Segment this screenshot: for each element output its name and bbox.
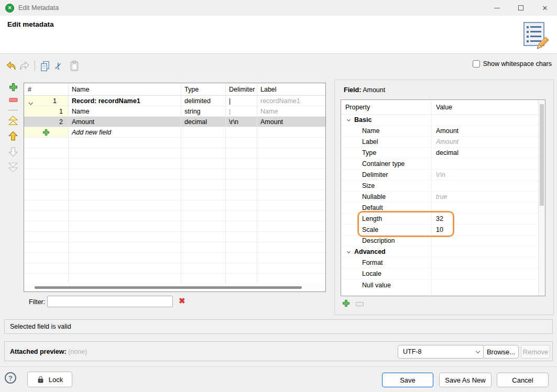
encoding-value: UTF-8	[403, 348, 421, 355]
undo-icon	[5, 60, 17, 72]
field-name: Amount	[68, 117, 181, 127]
col-delimiter-header: Delimiter	[225, 83, 257, 95]
property-row-size[interactable]: Size	[341, 181, 545, 192]
chevron-down-icon	[347, 249, 351, 253]
save-button[interactable]: Save	[382, 373, 433, 387]
field-number: 2	[59, 118, 63, 126]
field-delimiter: |	[225, 106, 257, 116]
window-title: Edit Metadata	[18, 4, 59, 12]
property-row-format[interactable]: Format	[341, 257, 545, 268]
up-arrow-icon	[8, 131, 18, 141]
add-property-button[interactable]	[342, 299, 350, 309]
field-actions-toolbar	[6, 83, 20, 177]
show-whitespace-checkbox[interactable]	[473, 60, 480, 68]
encoding-select[interactable]: UTF-8	[398, 345, 485, 359]
remove-property-button[interactable]	[356, 302, 364, 306]
col-num-header: #	[24, 86, 31, 93]
field-row-amount-selected[interactable]: 2 Amount decimal \r\n Amount	[24, 117, 325, 127]
attached-preview-label: Attached preview:	[10, 348, 67, 355]
list-bullet-icon	[527, 26, 529, 28]
list-line-icon	[530, 26, 541, 28]
field-type: decimal	[181, 117, 225, 127]
property-row-nullable[interactable]: Nullable true	[341, 192, 545, 203]
close-icon: ✕	[542, 4, 548, 12]
property-row-name[interactable]: Name Amount	[341, 126, 545, 137]
property-row-delimiter[interactable]: Delimiter \r\n	[341, 170, 545, 181]
redo-icon	[19, 60, 30, 72]
empty-rows-area	[24, 138, 325, 283]
cancel-button[interactable]: Cancel	[497, 373, 549, 387]
clear-filter-icon[interactable]: ✖	[179, 296, 185, 306]
fields-table-header: # Name Type Delimiter Label	[24, 83, 325, 96]
cut-button[interactable]: ✂	[52, 60, 65, 72]
property-group-advanced[interactable]: Advanced	[341, 247, 545, 257]
property-row-scale[interactable]: Scale 10	[341, 225, 545, 236]
maximize-button[interactable]	[509, 0, 533, 16]
plus-icon	[9, 83, 18, 92]
undo-button[interactable]	[4, 60, 18, 72]
close-button[interactable]: ✕	[533, 0, 557, 16]
lock-button[interactable]: Lock	[27, 372, 72, 387]
property-row-label[interactable]: Label Amount	[341, 137, 545, 148]
field-delimiter: \r\n	[225, 117, 257, 127]
title-bar: ✕ Edit Metadata ✕	[0, 0, 557, 16]
col-name-header: Name	[68, 83, 181, 95]
field-title: Field: Amount	[344, 86, 385, 94]
list-bullet-icon	[527, 31, 529, 33]
help-button[interactable]: ?	[5, 372, 16, 384]
footer-divider	[0, 366, 557, 367]
window-controls: ✕	[485, 0, 557, 16]
move-bottom-button[interactable]	[8, 162, 18, 174]
record-row[interactable]: 1 Record: recordName1 delimited | record…	[24, 96, 325, 106]
add-new-field-row[interactable]: Add new field	[24, 127, 325, 138]
property-group-basic[interactable]: Basic	[341, 115, 545, 126]
record-name: Record: recordName1	[68, 96, 181, 106]
property-row-container-type[interactable]: Container type	[341, 159, 545, 170]
property-row-default[interactable]: Default	[341, 203, 545, 214]
move-down-button[interactable]	[8, 147, 18, 159]
property-row-null-value[interactable]: Null value	[341, 279, 545, 290]
field-row-name[interactable]: 1 Name string | Name	[24, 106, 325, 117]
vertical-scrollbar[interactable]	[538, 100, 545, 296]
property-row-locale[interactable]: Locale	[341, 268, 545, 279]
collapse-record-icon[interactable]	[29, 99, 32, 106]
col-type-header: Type	[181, 83, 225, 95]
attached-preview-bar: Attached preview: (none) UTF-8 Browse...…	[4, 341, 553, 361]
scrollbar-thumb[interactable]	[540, 104, 544, 206]
browse-button[interactable]: Browse...	[483, 345, 519, 359]
attached-preview-value: (none)	[68, 348, 87, 355]
list-bullet-icon	[527, 36, 529, 38]
double-up-arrow-icon	[8, 116, 18, 126]
property-row-type[interactable]: Type decimal	[341, 148, 545, 159]
plus-icon	[342, 299, 350, 307]
move-top-button[interactable]	[8, 116, 18, 127]
record-type: delimited	[181, 96, 225, 106]
property-row-length[interactable]: Length 32	[341, 214, 545, 225]
property-row-description[interactable]: Description	[341, 236, 545, 247]
minus-icon	[9, 97, 18, 103]
help-icon: ?	[8, 374, 13, 382]
minimize-button[interactable]	[485, 0, 509, 16]
field-title-label: Field:	[344, 86, 361, 94]
list-line-icon	[530, 31, 541, 32]
remove-field-button[interactable]	[9, 97, 18, 104]
property-column-header: Property	[341, 104, 431, 111]
maximize-icon	[518, 5, 523, 10]
lock-icon	[37, 375, 45, 384]
paste-button[interactable]	[68, 60, 81, 72]
copy-button[interactable]	[38, 60, 52, 72]
show-whitespace-label: Show whitespace chars	[483, 60, 552, 68]
move-up-button[interactable]	[8, 131, 18, 143]
field-name: Name	[68, 106, 181, 116]
horizontal-scrollbar[interactable]	[24, 284, 325, 292]
remove-button[interactable]: Remove	[521, 345, 550, 359]
copy-icon	[39, 60, 51, 72]
redo-button[interactable]	[18, 60, 31, 72]
save-as-new-button[interactable]: Save As New	[439, 373, 492, 387]
value-column-header: Value	[431, 104, 545, 111]
add-field-button[interactable]	[9, 83, 18, 93]
filter-input[interactable]	[47, 296, 173, 307]
field-label: Amount	[257, 117, 325, 127]
record-label: recordName1	[257, 96, 325, 106]
scrollbar-thumb[interactable]	[35, 286, 302, 289]
